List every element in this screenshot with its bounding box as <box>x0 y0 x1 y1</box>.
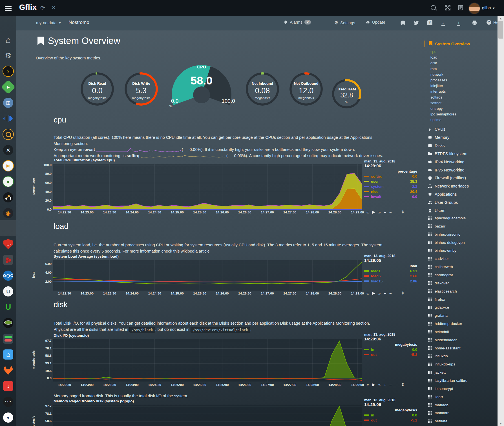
scrollbar-thumb[interactable] <box>498 21 503 39</box>
nav-app-grafana[interactable]: grafana <box>428 313 448 318</box>
nav-section-ipv4-networking[interactable]: IPv4 Networking <box>428 160 465 164</box>
app-logo[interactable]: Gflix <box>19 3 37 12</box>
nav-app-bazarr[interactable]: bazarr <box>428 224 445 228</box>
facebook-icon[interactable]: f <box>427 20 432 25</box>
cpu-toolbar-backward-button[interactable]: « <box>366 210 369 215</box>
jackett-icon[interactable] <box>3 129 14 140</box>
nextcloud-icon[interactable] <box>3 270 14 281</box>
nav-app-hiddenloader[interactable]: hiddenloader <box>428 338 457 342</box>
nav-section-user-groups[interactable]: User Groups <box>428 200 458 205</box>
nav-subitem-processes[interactable]: processes <box>430 78 447 82</box>
nav-app-mariadb[interactable]: mariadb <box>428 403 448 407</box>
lazylibrarian-icon[interactable]: LAZY <box>3 396 14 407</box>
monitorr-icon[interactable] <box>3 333 14 344</box>
update-button[interactable]: Update <box>365 20 385 24</box>
nav-app-firefox[interactable]: firefox <box>428 297 445 302</box>
load-legend-load15[interactable]: load152.06 <box>364 279 417 283</box>
disk-toolbar-play-button[interactable]: ▶ <box>372 382 375 387</box>
nav-app-binhex-emby[interactable]: binhex-emby <box>428 248 456 253</box>
page-scrollbar[interactable]: ▲ ▼ <box>498 16 504 426</box>
nav-subitem-ram[interactable]: ram <box>430 67 437 71</box>
x-app-icon[interactable]: × <box>3 144 14 156</box>
home-assistant-icon[interactable]: ⌂ <box>3 349 14 360</box>
nav-app-jackett[interactable]: jackett <box>428 370 446 374</box>
nav-app-gitlab-ce[interactable]: gitlab-ce <box>428 305 449 309</box>
netdata-icon[interactable] <box>3 238 14 250</box>
user-avatar[interactable] <box>468 3 480 14</box>
nav-app-cadvisor[interactable]: cadvisor <box>428 257 449 261</box>
disk-toolbar-resize-handle[interactable]: ⇕ <box>401 382 405 387</box>
load-toolbar-play-button[interactable]: ▶ <box>372 291 375 296</box>
bowtie-app-icon[interactable]: ⋈ <box>3 160 14 171</box>
scrollbar-up-arrow[interactable]: ▲ <box>499 17 502 20</box>
nav-subitem-interrupts[interactable]: interrupts <box>430 89 446 93</box>
nav-subitem-cpu[interactable]: cpu <box>430 50 436 54</box>
home-icon[interactable]: ⌂ <box>3 34 14 46</box>
nav-section-memory[interactable]: Memory <box>428 135 449 140</box>
import-snapshot-icon[interactable]: ↓ <box>441 20 445 26</box>
airsonic-waveform-icon[interactable] <box>3 113 14 124</box>
github-icon[interactable] <box>400 20 406 26</box>
nav-section-network-interfaces[interactable]: Network Interfaces <box>428 184 469 188</box>
disk-legend-in[interactable]: in0.0 <box>364 347 417 352</box>
nav-app-elasticsearch[interactable]: elasticsearch <box>428 289 457 293</box>
cpu-toolbar-zoom-out-button[interactable]: − <box>389 210 392 215</box>
nav-app-influxdb-ups[interactable]: influxdb-ups <box>428 362 455 366</box>
close-tab-icon[interactable]: × <box>52 4 56 11</box>
cpu-legend-user[interactable]: user35.3 <box>364 179 417 184</box>
cpu-toolbar-forward-button[interactable]: » <box>378 210 381 215</box>
grafana-icon[interactable]: ◉ <box>3 208 14 219</box>
nav-subitem-idlejitter[interactable]: idlejitter <box>430 84 443 88</box>
scrollbar-down-arrow[interactable]: ▼ <box>499 422 502 425</box>
user-menu[interactable]: gilbn ▼ <box>482 5 495 10</box>
nav-app-calibreweb[interactable]: calibreweb <box>428 265 453 269</box>
nav-subitem-disk[interactable]: disk <box>430 61 437 65</box>
plex-icon[interactable]: › <box>3 66 14 77</box>
disk-legend-out[interactable]: out-5.3 <box>364 353 417 357</box>
mariadb-icon[interactable] <box>3 254 14 266</box>
load-chart-plot[interactable] <box>53 260 362 291</box>
nav-section-firewall-netfilter-[interactable]: Firewall (netfilter) <box>428 176 466 180</box>
nav-app-diskover[interactable]: diskover <box>428 281 449 285</box>
nav-subitem-ipc-semaphores[interactable]: ipc semaphores <box>430 112 456 116</box>
cpu-legend-iowait[interactable]: iowait0.0 <box>364 195 417 199</box>
server-dropdown[interactable]: my-netdata▼ <box>36 21 61 25</box>
pgpgio-chart-plot[interactable] <box>53 405 362 426</box>
load-toolbar-zoom-out-button[interactable]: − <box>389 291 392 296</box>
print-icon[interactable] <box>472 20 477 25</box>
nav-section-applications[interactable]: Applications <box>428 192 457 197</box>
nav-app-home-assistant[interactable]: home-assistant <box>428 346 461 350</box>
nav-app-lidarr[interactable]: lidarr <box>428 395 443 399</box>
download-app-icon[interactable]: ↓ <box>3 380 14 392</box>
pgpgio-legend-out[interactable]: out-5.2 <box>364 418 417 422</box>
cpu-legend-system[interactable]: system2.3 <box>364 184 417 189</box>
gitlab-icon[interactable] <box>3 365 14 376</box>
disk-toolbar-zoom-out-button[interactable]: − <box>389 382 392 387</box>
library-app-icon[interactable]: ▥ <box>3 97 14 108</box>
hamburger-menu-icon[interactable] <box>5 5 12 12</box>
cpu-toolbar-play-button[interactable]: ▶ <box>372 209 375 215</box>
nav-app-influxdb[interactable]: influxdb <box>428 354 448 358</box>
nav-subitem-entropy[interactable]: entropy <box>430 106 443 111</box>
nav-subitem-uptime[interactable]: uptime <box>430 118 441 122</box>
settings-gear-icon[interactable]: ⚙ <box>3 50 14 61</box>
nav-app-chronograf[interactable]: chronograf <box>428 273 453 277</box>
nav-subitem-softirqs[interactable]: softirqs <box>430 95 442 99</box>
disk-toolbar-zoom-in-button[interactable]: + <box>384 382 386 387</box>
nav-header-system-overview[interactable]: System Overview <box>435 41 470 46</box>
diskover-plate-icon[interactable] <box>3 317 14 329</box>
nav-app-binhex-delugevpn[interactable]: binhex-delugevpn <box>428 240 465 245</box>
load-toolbar-forward-button[interactable]: » <box>378 291 381 296</box>
fullscreen-arrows-icon[interactable] <box>445 5 450 10</box>
nodes-app-icon[interactable] <box>3 192 14 203</box>
load-toolbar-resize-handle[interactable]: ⇕ <box>401 291 405 296</box>
disk-toolbar-forward-button[interactable]: » <box>378 382 381 387</box>
settings-button[interactable]: ⚙ Settings <box>334 20 355 25</box>
refresh-icon[interactable]: ⟳ <box>40 5 45 11</box>
nav-section-disks[interactable]: Disks <box>428 143 445 148</box>
load-toolbar-backward-button[interactable]: « <box>366 291 369 296</box>
load-legend-load5[interactable]: load52.68 <box>364 274 417 278</box>
disk-toolbar-backward-button[interactable]: « <box>366 382 369 387</box>
cpu-legend-softirq[interactable]: softirq0.0 <box>364 174 417 179</box>
search-icon[interactable] <box>431 5 436 10</box>
